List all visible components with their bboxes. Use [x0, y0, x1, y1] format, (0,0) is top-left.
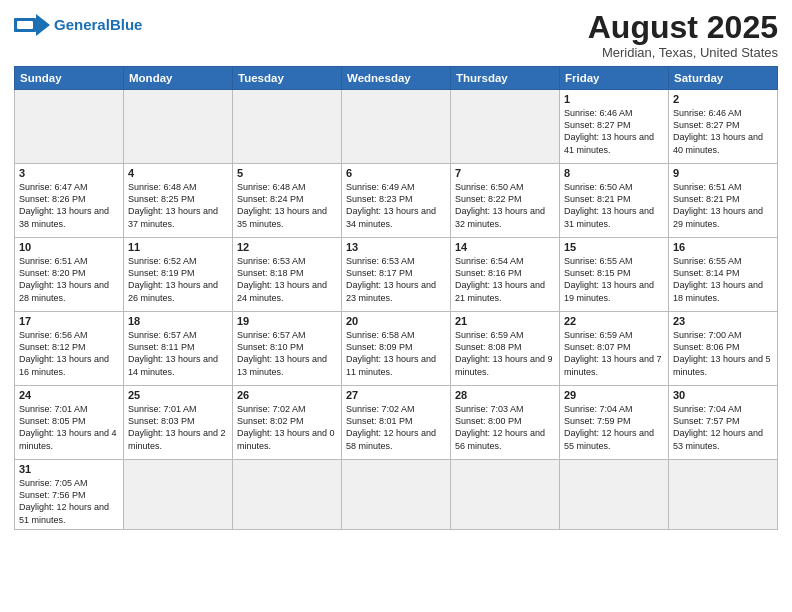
- day-info: Sunrise: 6:46 AM Sunset: 8:27 PM Dayligh…: [673, 107, 773, 156]
- calendar-cell: 10Sunrise: 6:51 AM Sunset: 8:20 PM Dayli…: [15, 238, 124, 312]
- calendar-cell: 19Sunrise: 6:57 AM Sunset: 8:10 PM Dayli…: [233, 312, 342, 386]
- calendar-cell: 7Sunrise: 6:50 AM Sunset: 8:22 PM Daylig…: [451, 164, 560, 238]
- day-number: 8: [564, 167, 664, 179]
- day-info: Sunrise: 6:50 AM Sunset: 8:22 PM Dayligh…: [455, 181, 555, 230]
- calendar-cell: [233, 460, 342, 530]
- logo-general: General: [54, 16, 110, 33]
- calendar-cell: 13Sunrise: 6:53 AM Sunset: 8:17 PM Dayli…: [342, 238, 451, 312]
- col-wednesday: Wednesday: [342, 67, 451, 90]
- calendar-cell: 16Sunrise: 6:55 AM Sunset: 8:14 PM Dayli…: [669, 238, 778, 312]
- day-number: 31: [19, 463, 119, 475]
- calendar-week-2: 10Sunrise: 6:51 AM Sunset: 8:20 PM Dayli…: [15, 238, 778, 312]
- day-number: 24: [19, 389, 119, 401]
- calendar-cell: 30Sunrise: 7:04 AM Sunset: 7:57 PM Dayli…: [669, 386, 778, 460]
- day-number: 29: [564, 389, 664, 401]
- day-info: Sunrise: 7:02 AM Sunset: 8:01 PM Dayligh…: [346, 403, 446, 452]
- calendar-cell: 14Sunrise: 6:54 AM Sunset: 8:16 PM Dayli…: [451, 238, 560, 312]
- col-friday: Friday: [560, 67, 669, 90]
- calendar-cell: 1Sunrise: 6:46 AM Sunset: 8:27 PM Daylig…: [560, 90, 669, 164]
- day-number: 10: [19, 241, 119, 253]
- calendar-cell: 31Sunrise: 7:05 AM Sunset: 7:56 PM Dayli…: [15, 460, 124, 530]
- day-info: Sunrise: 6:55 AM Sunset: 8:14 PM Dayligh…: [673, 255, 773, 304]
- calendar-cell: 15Sunrise: 6:55 AM Sunset: 8:15 PM Dayli…: [560, 238, 669, 312]
- day-info: Sunrise: 6:59 AM Sunset: 8:07 PM Dayligh…: [564, 329, 664, 378]
- day-number: 12: [237, 241, 337, 253]
- calendar-cell: 9Sunrise: 6:51 AM Sunset: 8:21 PM Daylig…: [669, 164, 778, 238]
- day-number: 11: [128, 241, 228, 253]
- col-monday: Monday: [124, 67, 233, 90]
- day-number: 19: [237, 315, 337, 327]
- day-info: Sunrise: 6:53 AM Sunset: 8:17 PM Dayligh…: [346, 255, 446, 304]
- col-sunday: Sunday: [15, 67, 124, 90]
- day-number: 15: [564, 241, 664, 253]
- month-title: August 2025: [588, 10, 778, 45]
- calendar-cell: [451, 460, 560, 530]
- calendar-cell: [342, 460, 451, 530]
- day-number: 23: [673, 315, 773, 327]
- calendar-cell: [15, 90, 124, 164]
- day-number: 4: [128, 167, 228, 179]
- day-info: Sunrise: 6:53 AM Sunset: 8:18 PM Dayligh…: [237, 255, 337, 304]
- day-info: Sunrise: 7:00 AM Sunset: 8:06 PM Dayligh…: [673, 329, 773, 378]
- logo-blue: Blue: [110, 16, 143, 33]
- day-number: 20: [346, 315, 446, 327]
- day-number: 1: [564, 93, 664, 105]
- col-thursday: Thursday: [451, 67, 560, 90]
- day-number: 22: [564, 315, 664, 327]
- calendar-week-0: 1Sunrise: 6:46 AM Sunset: 8:27 PM Daylig…: [15, 90, 778, 164]
- day-number: 17: [19, 315, 119, 327]
- calendar-cell: 11Sunrise: 6:52 AM Sunset: 8:19 PM Dayli…: [124, 238, 233, 312]
- calendar-cell: 29Sunrise: 7:04 AM Sunset: 7:59 PM Dayli…: [560, 386, 669, 460]
- day-info: Sunrise: 6:51 AM Sunset: 8:20 PM Dayligh…: [19, 255, 119, 304]
- calendar-cell: 27Sunrise: 7:02 AM Sunset: 8:01 PM Dayli…: [342, 386, 451, 460]
- col-saturday: Saturday: [669, 67, 778, 90]
- calendar-cell: 22Sunrise: 6:59 AM Sunset: 8:07 PM Dayli…: [560, 312, 669, 386]
- day-info: Sunrise: 6:48 AM Sunset: 8:25 PM Dayligh…: [128, 181, 228, 230]
- day-info: Sunrise: 6:48 AM Sunset: 8:24 PM Dayligh…: [237, 181, 337, 230]
- day-number: 28: [455, 389, 555, 401]
- calendar-cell: 28Sunrise: 7:03 AM Sunset: 8:00 PM Dayli…: [451, 386, 560, 460]
- day-info: Sunrise: 6:56 AM Sunset: 8:12 PM Dayligh…: [19, 329, 119, 378]
- day-number: 14: [455, 241, 555, 253]
- day-info: Sunrise: 6:54 AM Sunset: 8:16 PM Dayligh…: [455, 255, 555, 304]
- calendar-cell: 21Sunrise: 6:59 AM Sunset: 8:08 PM Dayli…: [451, 312, 560, 386]
- day-number: 7: [455, 167, 555, 179]
- day-info: Sunrise: 7:05 AM Sunset: 7:56 PM Dayligh…: [19, 477, 119, 526]
- subtitle: Meridian, Texas, United States: [588, 45, 778, 60]
- logo: GeneralBlue: [14, 10, 142, 40]
- day-info: Sunrise: 6:55 AM Sunset: 8:15 PM Dayligh…: [564, 255, 664, 304]
- day-info: Sunrise: 6:47 AM Sunset: 8:26 PM Dayligh…: [19, 181, 119, 230]
- logo-text: GeneralBlue: [54, 17, 142, 34]
- day-info: Sunrise: 6:49 AM Sunset: 8:23 PM Dayligh…: [346, 181, 446, 230]
- day-info: Sunrise: 7:01 AM Sunset: 8:03 PM Dayligh…: [128, 403, 228, 452]
- day-info: Sunrise: 6:50 AM Sunset: 8:21 PM Dayligh…: [564, 181, 664, 230]
- col-tuesday: Tuesday: [233, 67, 342, 90]
- day-number: 21: [455, 315, 555, 327]
- calendar-cell: 26Sunrise: 7:02 AM Sunset: 8:02 PM Dayli…: [233, 386, 342, 460]
- calendar-cell: 12Sunrise: 6:53 AM Sunset: 8:18 PM Dayli…: [233, 238, 342, 312]
- day-number: 16: [673, 241, 773, 253]
- day-number: 5: [237, 167, 337, 179]
- calendar-cell: 6Sunrise: 6:49 AM Sunset: 8:23 PM Daylig…: [342, 164, 451, 238]
- day-number: 3: [19, 167, 119, 179]
- calendar-cell: 17Sunrise: 6:56 AM Sunset: 8:12 PM Dayli…: [15, 312, 124, 386]
- calendar-cell: 20Sunrise: 6:58 AM Sunset: 8:09 PM Dayli…: [342, 312, 451, 386]
- day-number: 18: [128, 315, 228, 327]
- header-row: Sunday Monday Tuesday Wednesday Thursday…: [15, 67, 778, 90]
- logo-icon: [14, 10, 50, 40]
- calendar-cell: 25Sunrise: 7:01 AM Sunset: 8:03 PM Dayli…: [124, 386, 233, 460]
- day-info: Sunrise: 7:03 AM Sunset: 8:00 PM Dayligh…: [455, 403, 555, 452]
- calendar-week-3: 17Sunrise: 6:56 AM Sunset: 8:12 PM Dayli…: [15, 312, 778, 386]
- calendar-cell: 8Sunrise: 6:50 AM Sunset: 8:21 PM Daylig…: [560, 164, 669, 238]
- day-info: Sunrise: 6:57 AM Sunset: 8:11 PM Dayligh…: [128, 329, 228, 378]
- day-info: Sunrise: 7:02 AM Sunset: 8:02 PM Dayligh…: [237, 403, 337, 452]
- day-number: 13: [346, 241, 446, 253]
- svg-rect-2: [17, 21, 33, 29]
- day-number: 27: [346, 389, 446, 401]
- calendar-week-1: 3Sunrise: 6:47 AM Sunset: 8:26 PM Daylig…: [15, 164, 778, 238]
- calendar-cell: 3Sunrise: 6:47 AM Sunset: 8:26 PM Daylig…: [15, 164, 124, 238]
- calendar-cell: 5Sunrise: 6:48 AM Sunset: 8:24 PM Daylig…: [233, 164, 342, 238]
- calendar-cell: 4Sunrise: 6:48 AM Sunset: 8:25 PM Daylig…: [124, 164, 233, 238]
- calendar-body: 1Sunrise: 6:46 AM Sunset: 8:27 PM Daylig…: [15, 90, 778, 530]
- day-info: Sunrise: 6:52 AM Sunset: 8:19 PM Dayligh…: [128, 255, 228, 304]
